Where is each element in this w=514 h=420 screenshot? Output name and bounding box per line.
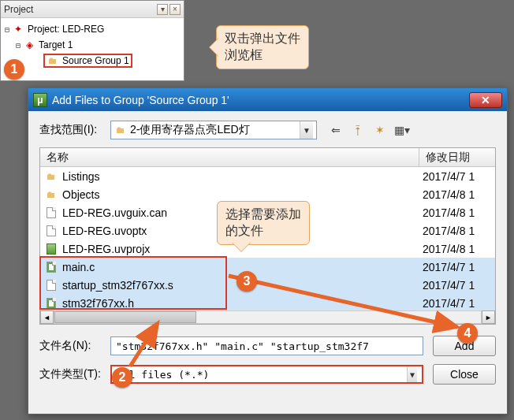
panel-close-icon[interactable]: × (169, 4, 181, 15)
scroll-thumb[interactable] (54, 311, 196, 323)
file-date: 2017/4/8 1 (419, 243, 495, 255)
target-icon: ◈ (23, 39, 35, 51)
callout-select-files: 选择需要添加 的文件 (217, 201, 310, 245)
header-date[interactable]: 修改日期 (419, 148, 495, 166)
file-name-cell: 🖿Listings (40, 170, 419, 183)
file-name-cell: 🖿Objects (40, 188, 419, 201)
project-panel-controls: ▾ × (157, 4, 181, 15)
source-group-highlight: 🖿 Source Group 1 (43, 54, 132, 68)
file-row[interactable]: main.c2017/4/7 1 (40, 258, 495, 276)
back-icon[interactable]: ⇐ (328, 123, 344, 137)
nav-icons: ⇐ ⭱ ✶ ▦▾ (328, 123, 410, 137)
scroll-track[interactable] (54, 310, 482, 324)
panel-dropdown-icon[interactable]: ▾ (157, 4, 168, 15)
folder-icon: 🖿 (45, 188, 58, 201)
file-list-header: 名称 修改日期 (40, 148, 495, 167)
file-date: 2017/4/8 1 (419, 225, 495, 237)
file-name-cell: stm32f767xx.h (40, 297, 419, 310)
filename-input[interactable]: "stm32f767xx.h" "main.c" "startup_stm32f… (110, 336, 423, 355)
file-date: 2017/4/7 1 (419, 170, 495, 183)
lookin-label: 查找范围(I): (39, 123, 110, 137)
file-name: stm32f767xx.h (62, 297, 134, 310)
filetype-select[interactable]: All files (*.*) ▼ (110, 365, 423, 384)
annotation-badge-4: 4 (457, 323, 478, 344)
chevron-down-icon[interactable]: ▼ (300, 121, 313, 139)
tree-root[interactable]: ⊟ ✦ Project: LED-REG (2, 21, 182, 37)
callout-line: 双击弹出文件 (225, 31, 300, 47)
filetype-row: 文件类型(T): All files (*.*) ▼ Close (39, 364, 496, 385)
add-files-dialog: μ Add Files to Group 'Source Group 1' ✕ … (28, 87, 508, 414)
c-file-icon (45, 297, 58, 310)
file-name: LED-REG.uvprojx (62, 243, 150, 255)
dialog-titlebar[interactable]: μ Add Files to Group 'Source Group 1' ✕ (28, 87, 507, 111)
callout-double-click: 双击弹出文件 浏览框 (216, 25, 309, 69)
file-name-cell: startup_stm32f767xx.s (40, 279, 419, 292)
file-date: 2017/4/8 1 (419, 188, 495, 201)
tree-target[interactable]: ⊟ ◈ Target 1 (2, 37, 182, 53)
new-folder-icon[interactable]: ✶ (372, 123, 388, 137)
document-icon (45, 225, 58, 237)
scrollbar[interactable]: ◄ ► (40, 310, 495, 324)
lookin-value: 2-使用寄存器点亮LED灯 (130, 123, 250, 137)
uvision-icon: μ (33, 93, 47, 107)
folder-icon: 🖿 (114, 124, 127, 136)
filename-label: 文件名(N): (39, 339, 110, 353)
scroll-right-icon[interactable]: ► (482, 310, 495, 324)
callout-line: 的文件 (225, 223, 301, 240)
filename-value: "stm32f767xx.h" "main.c" "startup_stm32f… (116, 340, 369, 352)
project-panel-title: Project ▾ × (1, 1, 184, 18)
callout-line: 浏览框 (225, 47, 300, 64)
file-row[interactable]: 🖿Listings2017/4/7 1 (40, 167, 495, 185)
project-panel: Project ▾ × ⊟ ✦ Project: LED-REG ⊟ ◈ Tar… (0, 0, 184, 81)
c-file-icon (45, 261, 58, 273)
project-icon: ✦ (12, 23, 24, 35)
file-name: startup_stm32f767xx.s (62, 279, 173, 292)
project-title-text: Project (4, 4, 33, 15)
close-button[interactable]: Close (433, 364, 496, 385)
filename-row: 文件名(N): "stm32f767xx.h" "main.c" "startu… (39, 336, 496, 356)
tree-source-group[interactable]: 🖿 Source Group 1 (2, 53, 182, 69)
file-name: Objects (62, 188, 99, 201)
chevron-down-icon[interactable]: ▼ (407, 366, 417, 382)
file-row[interactable]: stm32f767xx.h2017/4/7 1 (40, 294, 495, 310)
file-date: 2017/4/7 1 (419, 261, 495, 273)
tree-root-label: Project: LED-REG (28, 24, 104, 35)
tree-group-label: Source Group 1 (62, 55, 129, 66)
expander-icon[interactable]: ⊟ (13, 41, 23, 50)
tree-target-label: Target 1 (39, 39, 73, 50)
lookin-row: 查找范围(I): 🖿 2-使用寄存器点亮LED灯 ▼ ⇐ ⭱ ✶ ▦▾ (39, 121, 496, 139)
document-icon (45, 206, 58, 219)
dialog-body: 查找范围(I): 🖿 2-使用寄存器点亮LED灯 ▼ ⇐ ⭱ ✶ ▦▾ 名称 修… (28, 111, 507, 400)
expander-icon[interactable]: ⊟ (2, 25, 12, 34)
up-folder-icon[interactable]: ⭱ (350, 123, 366, 137)
file-date: 2017/4/7 1 (419, 297, 495, 310)
project-tree: ⊟ ✦ Project: LED-REG ⊟ ◈ Target 1 🖿 Sour… (1, 18, 184, 72)
annotation-badge-3: 3 (237, 271, 257, 292)
file-name-cell: main.c (40, 261, 419, 273)
file-name: main.c (62, 261, 95, 273)
annotation-badge-1: 1 (4, 59, 24, 80)
annotation-badge-2: 2 (112, 367, 132, 388)
document-icon (45, 279, 58, 292)
scroll-left-icon[interactable]: ◄ (40, 310, 54, 324)
dialog-title: Add Files to Group 'Source Group 1' (52, 94, 229, 106)
file-row[interactable]: startup_stm32f767xx.s2017/4/7 1 (40, 276, 495, 294)
folder-icon: 🖿 (47, 54, 59, 67)
file-date: 2017/4/7 1 (419, 279, 495, 292)
callout-line: 选择需要添加 (225, 206, 301, 223)
dialog-close-button[interactable]: ✕ (469, 92, 502, 108)
filetype-label: 文件类型(T): (39, 367, 110, 381)
views-icon[interactable]: ▦▾ (394, 123, 410, 137)
file-name: Listings (62, 170, 99, 183)
file-name: LED-REG.uvguix.can (62, 206, 167, 219)
header-name[interactable]: 名称 (40, 148, 419, 166)
lookin-select[interactable]: 🖿 2-使用寄存器点亮LED灯 ▼ (110, 121, 317, 139)
file-date: 2017/4/8 1 (419, 206, 495, 219)
file-name: LED-REG.uvoptx (62, 225, 147, 237)
project-file-icon (45, 243, 58, 255)
folder-icon: 🖿 (45, 170, 58, 183)
